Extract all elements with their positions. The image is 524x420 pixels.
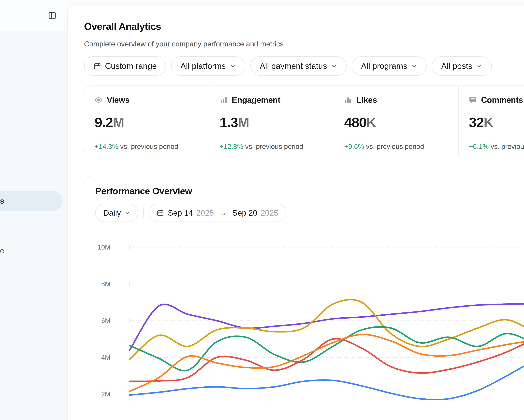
stat-change-note: vs. previous period <box>489 143 524 150</box>
date-end: Sep 20 <box>232 208 257 217</box>
sidebar-top-bar <box>0 0 67 31</box>
stat-change-delta: +12.8% <box>220 143 243 150</box>
stat-change-note: vs. previous period <box>243 143 303 150</box>
chevron-down-icon <box>411 63 417 69</box>
granularity-dropdown[interactable]: Daily <box>95 204 138 222</box>
date-start: Sep 14 <box>168 208 193 217</box>
bar-chart-icon <box>220 96 227 104</box>
stat-value: 1.3M <box>220 114 327 130</box>
performance-overview-card: Performance Overview Daily Sep 14 2025 →… <box>84 176 524 420</box>
stat-card-comments: Comments 32K +6.1% vs. previous period <box>458 86 524 156</box>
stat-card-engagement: Engagement 1.3M +12.8% vs. previous peri… <box>209 86 334 156</box>
stat-label: Comments <box>481 95 523 105</box>
stat-card-likes: Likes 480K +9.6% vs. previous period <box>334 86 458 156</box>
stat-change: +6.1% vs. previous period <box>469 143 524 151</box>
stat-value-number: 9.2 <box>95 115 113 130</box>
stat-change: +14.3% vs. previous period <box>95 143 202 151</box>
stat-change-delta: +14.3% <box>95 143 118 150</box>
stat-value: 480K <box>344 114 452 130</box>
payment-status-dropdown[interactable]: All payment status <box>250 56 347 76</box>
stat-label: Likes <box>356 95 377 105</box>
granularity-label: Daily <box>103 208 121 217</box>
stat-change-delta: +6.1% <box>469 143 489 150</box>
stat-value: 32K <box>469 114 524 130</box>
filters-row: Custom range All platforms All payment s… <box>84 56 492 76</box>
stat-value-number: 480 <box>344 115 366 130</box>
performance-title: Performance Overview <box>95 186 192 196</box>
series-green-line <box>130 327 524 371</box>
posts-label: All posts <box>441 61 472 71</box>
eye-icon <box>95 96 103 104</box>
page-title: Overall Analytics <box>84 21 161 32</box>
sidebar: s e <box>0 0 67 420</box>
main-content-card: Overall Analytics Complete overview of y… <box>67 5 524 420</box>
panel-left-icon <box>48 11 56 20</box>
stat-card-views: Views 9.2M +14.3% vs. previous period <box>84 86 209 156</box>
thumbs-up-icon <box>344 96 352 104</box>
platforms-dropdown[interactable]: All platforms <box>171 56 245 76</box>
stats-summary: Views 9.2M +14.3% vs. previous period En… <box>84 86 524 156</box>
calendar-icon <box>93 62 101 70</box>
sidebar-toggle-button[interactable] <box>48 11 56 20</box>
stat-change-note: vs. previous period <box>364 143 424 150</box>
performance-controls: Daily Sep 14 2025 → Sep 20 2025 <box>95 204 286 222</box>
custom-range-button[interactable]: Custom range <box>84 56 166 76</box>
stat-value-number: 32 <box>469 115 484 130</box>
calendar-icon <box>157 209 164 216</box>
date-end-year: 2025 <box>261 208 278 217</box>
controls-divider <box>143 207 144 218</box>
custom-range-label: Custom range <box>105 61 157 71</box>
payment-status-label: All payment status <box>260 61 327 71</box>
posts-dropdown[interactable]: All posts <box>432 56 492 76</box>
y-axis-tick-label: 6M <box>87 317 110 325</box>
date-start-year: 2025 <box>196 208 214 217</box>
stat-value-suffix: M <box>113 115 124 130</box>
y-axis-tick-label: 8M <box>87 280 110 288</box>
sidebar-item-label: e <box>0 246 4 255</box>
stat-label: Engagement <box>232 95 280 105</box>
sidebar-item[interactable]: e <box>0 246 4 256</box>
stat-change: +12.8% vs. previous period <box>220 143 327 151</box>
date-range-button[interactable]: Sep 14 2025 → Sep 20 2025 <box>149 204 286 222</box>
arrow-right-icon: → <box>219 208 227 217</box>
chevron-down-icon <box>230 63 236 69</box>
chevron-down-icon <box>476 63 482 69</box>
y-axis-tick-label: 4M <box>87 354 110 361</box>
stat-change-note: vs. previous period <box>118 143 178 150</box>
stat-value-number: 1.3 <box>220 115 238 130</box>
platforms-label: All platforms <box>180 61 226 71</box>
page-subtitle: Complete overview of your company perfor… <box>84 40 284 48</box>
comment-icon <box>469 96 477 104</box>
stat-change: +9.6% vs. previous period <box>344 143 452 151</box>
series-red-line <box>130 338 524 381</box>
y-axis-tick-label: 10M <box>87 244 110 251</box>
y-axis-tick-label: 2M <box>87 391 110 398</box>
chevron-down-icon <box>124 210 130 216</box>
stat-value-suffix: K <box>484 115 493 130</box>
series-amber-line <box>130 300 524 359</box>
stat-label: Views <box>107 95 130 105</box>
sidebar-item-active[interactable]: s <box>0 191 63 211</box>
sidebar-item-active-label: s <box>0 197 4 206</box>
programs-label: All programs <box>361 61 407 71</box>
series-purple-line <box>130 304 524 350</box>
series-blue-line <box>130 359 524 400</box>
series-orange-line <box>130 334 524 391</box>
stat-change-delta: +9.6% <box>344 143 364 150</box>
stat-value-suffix: M <box>238 115 249 130</box>
programs-dropdown[interactable]: All programs <box>352 56 427 76</box>
stat-value: 9.2M <box>95 114 202 130</box>
stat-value-suffix: K <box>366 115 376 130</box>
chevron-down-icon <box>331 63 337 69</box>
